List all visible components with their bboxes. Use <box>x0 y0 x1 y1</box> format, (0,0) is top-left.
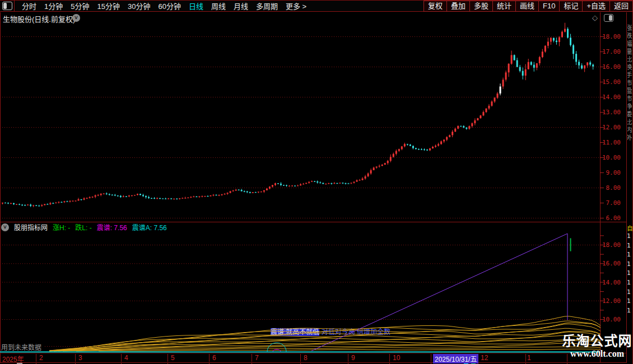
panel-toggle-icon[interactable] <box>604 14 613 22</box>
date-label-month: 10 <box>393 354 400 362</box>
indicator-field: 涨H: - <box>53 222 70 232</box>
action-button-复权[interactable]: 复权 <box>423 1 447 12</box>
date-label-month: 9 <box>351 354 355 362</box>
diamond-marker-icon[interactable]: ◇ <box>592 13 598 22</box>
indicator-field: 震谱: 7.56 <box>97 222 127 232</box>
date-label-month: 5 <box>171 354 175 362</box>
stock-title: 生物股份(日线.前复权) <box>3 13 75 24</box>
date-label-year: 2025年 <box>2 354 24 363</box>
candles-layer <box>2 23 594 207</box>
main-price-label: 14.00 <box>601 94 621 101</box>
sub-price-label: 12.00 <box>601 297 621 305</box>
title-bar: 生物股份(日线.前复权) ˅ ◇ <box>0 12 633 22</box>
indicator-field: 跌L: - <box>75 222 91 232</box>
period-tab-5分钟[interactable]: 5分钟 <box>67 1 93 11</box>
main-price-label: 13.00 <box>601 109 621 116</box>
period-tab-60分钟[interactable]: 60分钟 <box>154 1 184 11</box>
toolbar-divider <box>14 0 15 12</box>
period-tab-周线[interactable]: 周线 <box>207 1 230 11</box>
sidebar-toggle-icon[interactable] <box>2 2 12 10</box>
main-price-label: 15.00 <box>601 78 621 86</box>
indicator-field: 震谱A: 7.56 <box>132 222 167 232</box>
sub-price-label: 16.00 <box>601 260 621 267</box>
period-tab-15分钟[interactable]: 15分钟 <box>93 1 123 11</box>
action-button-+自选[interactable]: +自选 <box>582 1 610 12</box>
period-tab-分时[interactable]: 分时 <box>18 1 40 11</box>
action-toolbar: 复权叠加多股统计画线F10标记+自选返回 <box>424 1 633 12</box>
action-button-多股[interactable]: 多股 <box>469 1 493 12</box>
action-button-标记[interactable]: 标记 <box>559 1 583 12</box>
date-label-month: 4 <box>124 354 128 362</box>
action-button-画线[interactable]: 画线 <box>515 1 539 12</box>
main-price-label: 10.00 <box>601 154 621 161</box>
envelope-band <box>76 347 601 351</box>
chevron-down-icon[interactable]: ˅ <box>1 223 9 231</box>
action-button-统计[interactable]: 统计 <box>492 1 516 12</box>
period-tab-多周期[interactable]: 多周期 <box>252 1 282 11</box>
main-price-label: 12.00 <box>601 124 621 131</box>
main-price-label: 18.00 <box>601 33 621 40</box>
period-toolbar: 分时1分钟5分钟15分钟30分钟60分钟日线周线月线多周期更多 >复权叠加多股统… <box>0 0 633 12</box>
watermark: 乐淘公式网 www.60lt.com <box>561 333 633 359</box>
action-button-F10[interactable]: F10 <box>538 1 560 12</box>
period-tab-1分钟[interactable]: 1分钟 <box>40 1 67 11</box>
future-data-warning: 用到未来数据 <box>1 342 41 352</box>
period-tab-月线[interactable]: 月线 <box>230 1 252 11</box>
period-tab-更多 >[interactable]: 更多 > <box>282 1 310 11</box>
date-label-month: 12 <box>481 354 488 362</box>
main-price-label: 11.00 <box>601 139 621 146</box>
date-label-month: 8 <box>304 354 308 362</box>
date-label-month: 3 <box>78 354 82 362</box>
period-tab-30分钟[interactable]: 30分钟 <box>124 1 154 11</box>
watermark-url: www.60lt.com <box>561 349 633 359</box>
chevron-down-icon[interactable]: ˅ <box>72 14 80 22</box>
indicator-name[interactable]: 股朋指标网 <box>14 222 48 232</box>
main-price-label: 17.00 <box>601 48 621 55</box>
period-tab-日线[interactable]: 日线 <box>185 1 207 11</box>
date-label-month: 2 <box>39 354 43 362</box>
indicator-header: ˅ 股朋指标网 涨H: -跌L: -震谱: 7.56震谱A: 7.56 <box>1 223 167 231</box>
sub-price-label: 18.00 <box>601 241 621 249</box>
main-price-label: 7.00 <box>601 199 621 207</box>
magenta-arc <box>273 349 281 352</box>
date-label-month: 7 <box>255 354 259 362</box>
watermark-site-name: 乐淘公式网 <box>561 333 633 349</box>
chart-canvas[interactable] <box>0 0 633 364</box>
action-button-叠加[interactable]: 叠加 <box>446 1 470 12</box>
date-label-selected: 2025/10/31/五 <box>433 354 478 363</box>
main-price-label: 16.00 <box>601 63 621 71</box>
main-price-label: 8.00 <box>601 184 621 192</box>
main-price-label: 6.00 <box>601 214 621 222</box>
action-button-返回[interactable]: 返回 <box>609 1 633 12</box>
sub-price-label: 14.00 <box>601 279 621 286</box>
trend-line <box>311 234 567 351</box>
main-price-label: 9.00 <box>601 169 621 176</box>
sub-price-label: 10.00 <box>601 316 621 323</box>
date-label-month: 1 <box>527 354 531 362</box>
date-label-month: 6 <box>212 354 216 362</box>
